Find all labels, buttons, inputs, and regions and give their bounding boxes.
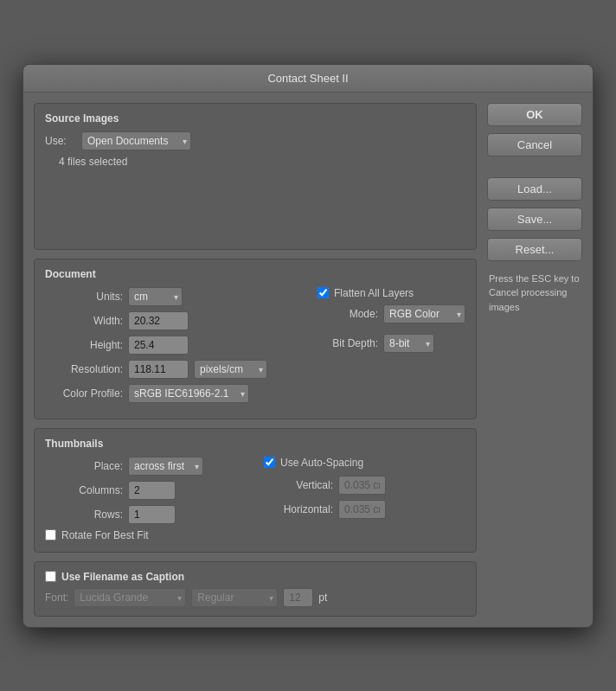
- rows-input[interactable]: [128, 505, 176, 524]
- cancel-button[interactable]: Cancel: [487, 133, 582, 157]
- document-title: Document: [45, 268, 465, 280]
- resolution-input[interactable]: 118.11: [128, 360, 189, 379]
- reset-button[interactable]: Reset...: [487, 238, 582, 261]
- auto-spacing-row: Use Auto-Spacing: [264, 457, 465, 469]
- rows-row: Rows:: [45, 505, 247, 524]
- thumbnails-section: Thumbnails Place: across first down firs…: [34, 428, 477, 553]
- caption-title: Use Filename as Caption: [61, 571, 184, 583]
- thumbs-left: Place: across first down first Columns:: [45, 457, 247, 541]
- use-dropdown[interactable]: Open Documents Current Document Folder: [81, 131, 191, 150]
- bit-depth-wrapper: 8-bit 16-bit 32-bit: [383, 334, 434, 353]
- font-style-wrapper: Regular Bold: [191, 588, 278, 607]
- font-dropdown[interactable]: Lucida Grande Arial: [74, 588, 186, 607]
- place-row: Place: across first down first: [45, 457, 247, 476]
- files-selected-text: 4 files selected: [45, 156, 465, 168]
- horizontal-label: Horizontal:: [264, 503, 333, 515]
- place-wrapper: across first down first: [128, 457, 203, 476]
- color-profile-dropdown[interactable]: sRGB IEC61966-2.1: [128, 384, 249, 403]
- columns-input[interactable]: [128, 481, 176, 500]
- esc-text: Press the ESC key to Cancel processing i…: [487, 272, 582, 315]
- ok-button[interactable]: OK: [487, 103, 582, 126]
- width-input[interactable]: 20.32: [128, 311, 189, 330]
- resolution-unit-dropdown[interactable]: pixels/cm pixels/inch: [194, 360, 267, 379]
- horizontal-row: Horizontal:: [264, 500, 465, 519]
- resolution-label: Resolution:: [45, 363, 123, 375]
- color-profile-label: Color Profile:: [45, 387, 123, 400]
- source-images-title: Source Images: [45, 112, 465, 125]
- units-label: Units:: [45, 291, 123, 303]
- height-input[interactable]: 25.4: [128, 336, 189, 355]
- font-style-dropdown[interactable]: Regular Bold: [191, 588, 278, 607]
- save-button[interactable]: Save...: [487, 208, 582, 231]
- use-dropdown-wrapper: Open Documents Current Document Folder: [81, 131, 191, 150]
- thumbs-right: Use Auto-Spacing Vertical: Horizontal:: [264, 457, 465, 541]
- doc-right: Flatten All Layers Mode: RGB Color Grays…: [318, 287, 465, 408]
- auto-spacing-label: Use Auto-Spacing: [280, 457, 363, 469]
- color-profile-wrapper: sRGB IEC61966-2.1: [128, 384, 249, 403]
- title-text: Contact Sheet II: [267, 72, 348, 85]
- contact-sheet-dialog: Contact Sheet II Source Images Use: Open…: [22, 64, 594, 628]
- flatten-label: Flatten All Layers: [334, 287, 414, 299]
- resolution-unit-wrapper: pixels/cm pixels/inch: [194, 360, 267, 379]
- place-label: Place:: [45, 460, 123, 472]
- thumbnails-layout: Place: across first down first Columns:: [45, 457, 465, 541]
- place-dropdown[interactable]: across first down first: [128, 457, 203, 476]
- font-label: Font:: [45, 592, 68, 604]
- vertical-label: Vertical:: [264, 479, 333, 491]
- columns-row: Columns:: [45, 481, 247, 500]
- horizontal-input[interactable]: [338, 500, 386, 519]
- height-label: Height:: [45, 339, 123, 351]
- thumbnails-title: Thumbnails: [45, 438, 465, 450]
- bit-depth-dropdown[interactable]: 8-bit 16-bit 32-bit: [383, 334, 434, 353]
- use-row: Use: Open Documents Current Document Fol…: [45, 131, 465, 150]
- height-row: Height: 25.4: [45, 336, 300, 355]
- flatten-checkbox[interactable]: [318, 287, 329, 298]
- dialog-title: Contact Sheet II: [23, 65, 593, 93]
- units-wrapper: cm inches px mm: [128, 287, 183, 306]
- source-images-section: Source Images Use: Open Documents Curren…: [34, 103, 477, 250]
- pt-label: pt: [318, 592, 327, 604]
- width-label: Width:: [45, 315, 123, 327]
- color-profile-row: Color Profile: sRGB IEC61966-2.1: [45, 384, 300, 403]
- rows-label: Rows:: [45, 509, 123, 521]
- vertical-row: Vertical:: [264, 476, 465, 495]
- resolution-row: Resolution: 118.11 pixels/cm pixels/inch: [45, 360, 300, 379]
- font-wrapper: Lucida Grande Arial: [74, 588, 186, 607]
- caption-title-row: Use Filename as Caption: [45, 571, 465, 583]
- load-button[interactable]: Load...: [487, 177, 582, 201]
- caption-font-row: Font: Lucida Grande Arial Regular Bold: [45, 588, 465, 607]
- mode-row: Mode: RGB Color Grayscale CMYK Color: [318, 304, 465, 323]
- mode-wrapper: RGB Color Grayscale CMYK Color: [383, 304, 465, 323]
- bit-depth-row: Bit Depth: 8-bit 16-bit 32-bit: [318, 334, 465, 353]
- caption-section: Use Filename as Caption Font: Lucida Gra…: [34, 561, 477, 617]
- columns-label: Columns:: [45, 484, 123, 496]
- font-size-input[interactable]: [283, 588, 313, 607]
- right-panel: OK Cancel Load... Save... Reset... Press…: [487, 103, 582, 617]
- mode-label: Mode:: [318, 308, 378, 320]
- left-panel: Source Images Use: Open Documents Curren…: [34, 103, 477, 617]
- vertical-input[interactable]: [338, 476, 386, 495]
- bit-depth-label: Bit Depth:: [318, 337, 378, 349]
- rotate-checkbox[interactable]: [45, 529, 56, 541]
- width-row: Width: 20.32: [45, 311, 300, 330]
- flatten-row: Flatten All Layers: [318, 287, 465, 299]
- document-section: Document Units: cm inches px mm: [34, 259, 477, 419]
- caption-checkbox[interactable]: [45, 571, 56, 582]
- units-row: Units: cm inches px mm: [45, 287, 300, 306]
- rotate-row: Rotate For Best Fit: [45, 529, 247, 541]
- use-label: Use:: [45, 135, 76, 147]
- document-layout: Units: cm inches px mm W: [45, 287, 465, 408]
- doc-left: Units: cm inches px mm W: [45, 287, 300, 408]
- rotate-label: Rotate For Best Fit: [61, 529, 149, 541]
- units-dropdown[interactable]: cm inches px mm: [128, 287, 183, 306]
- auto-spacing-checkbox[interactable]: [264, 457, 275, 468]
- mode-dropdown[interactable]: RGB Color Grayscale CMYK Color: [383, 304, 465, 323]
